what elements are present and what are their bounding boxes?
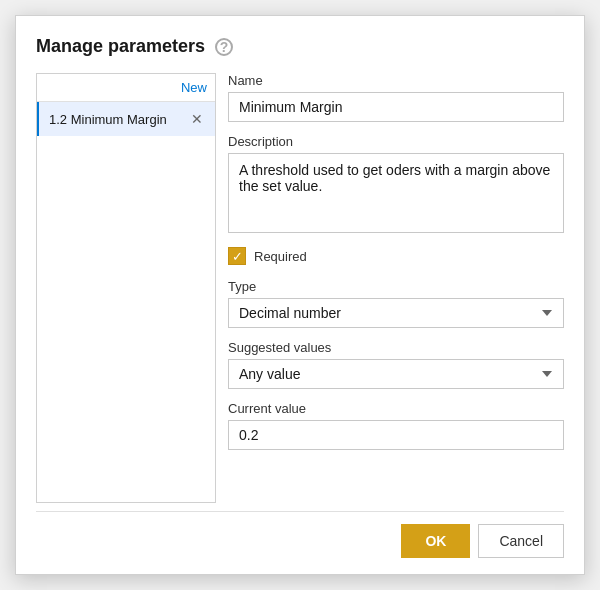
description-field-group: Description A threshold used to get oder… bbox=[228, 134, 564, 233]
dialog-title: Manage parameters bbox=[36, 36, 205, 57]
suggested-values-select[interactable]: Any value List of values bbox=[228, 359, 564, 389]
list-item-label: 1.2 Minimum Margin bbox=[49, 112, 167, 127]
checkmark-icon: ✓ bbox=[232, 250, 243, 263]
dialog-footer: OK Cancel bbox=[36, 511, 564, 558]
description-label: Description bbox=[228, 134, 564, 149]
list-item[interactable]: 1.2 Minimum Margin ✕ bbox=[37, 102, 215, 136]
suggested-values-select-wrapper: Any value List of values bbox=[228, 359, 564, 389]
type-field-group: Type Decimal number Whole number Text Da… bbox=[228, 279, 564, 328]
description-textarea[interactable]: A threshold used to get oders with a mar… bbox=[228, 153, 564, 233]
name-input[interactable] bbox=[228, 92, 564, 122]
current-value-input[interactable] bbox=[228, 420, 564, 450]
name-field-group: Name bbox=[228, 73, 564, 122]
type-label: Type bbox=[228, 279, 564, 294]
current-value-label: Current value bbox=[228, 401, 564, 416]
left-panel: New 1.2 Minimum Margin ✕ bbox=[36, 73, 216, 503]
suggested-values-field-group: Suggested values Any value List of value… bbox=[228, 340, 564, 389]
manage-parameters-dialog: Manage parameters ? New 1.2 Minimum Marg… bbox=[15, 15, 585, 575]
type-select-wrapper: Decimal number Whole number Text Date Da… bbox=[228, 298, 564, 328]
current-value-field-group: Current value bbox=[228, 401, 564, 450]
dialog-header: Manage parameters ? bbox=[36, 36, 564, 57]
type-select[interactable]: Decimal number Whole number Text Date Da… bbox=[228, 298, 564, 328]
new-link[interactable]: New bbox=[181, 80, 207, 95]
required-row: ✓ Required bbox=[228, 245, 564, 267]
required-checkbox[interactable]: ✓ bbox=[228, 247, 246, 265]
left-panel-header: New bbox=[37, 74, 215, 102]
cancel-button[interactable]: Cancel bbox=[478, 524, 564, 558]
help-icon[interactable]: ? bbox=[215, 38, 233, 56]
required-label: Required bbox=[254, 249, 307, 264]
dialog-body: New 1.2 Minimum Margin ✕ Name Descriptio… bbox=[36, 73, 564, 503]
ok-button[interactable]: OK bbox=[401, 524, 470, 558]
suggested-values-label: Suggested values bbox=[228, 340, 564, 355]
name-label: Name bbox=[228, 73, 564, 88]
right-panel: Name Description A threshold used to get… bbox=[228, 73, 564, 503]
list-item-close-icon[interactable]: ✕ bbox=[189, 110, 205, 128]
